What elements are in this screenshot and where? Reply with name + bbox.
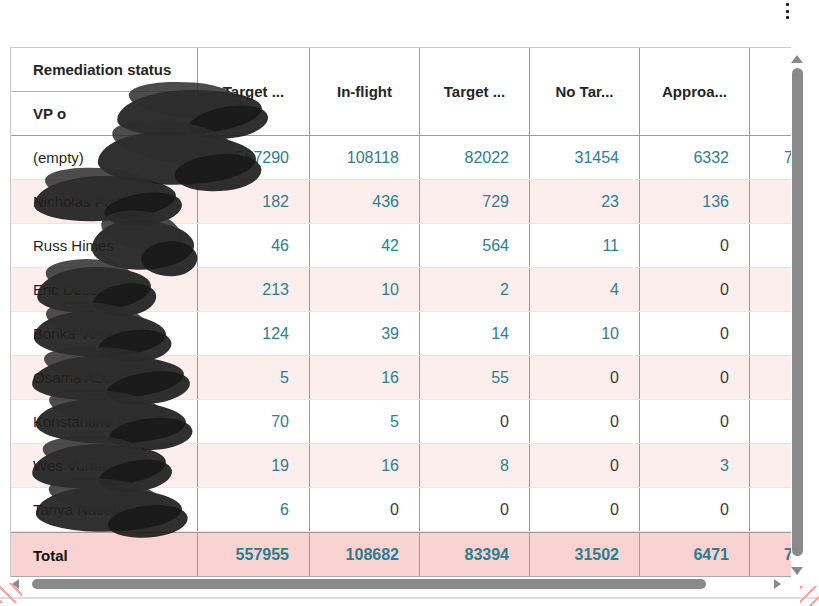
cell-value[interactable]: 83394 <box>420 533 530 577</box>
cell-value[interactable]: 82022 <box>420 136 530 179</box>
cell-value[interactable] <box>750 312 791 355</box>
cell-value[interactable]: 108118 <box>310 136 420 179</box>
corner-stripe-decoration <box>800 586 819 606</box>
cell-value[interactable]: 5 <box>310 400 420 443</box>
cell-value[interactable]: 0 <box>420 400 530 443</box>
cell-value[interactable]: 42 <box>310 224 420 267</box>
cell-value[interactable]: 16 <box>310 356 420 399</box>
cell-value[interactable]: 0 <box>530 400 640 443</box>
cell-value[interactable]: 5 <box>198 356 310 399</box>
scroll-down-arrow[interactable] <box>791 567 803 575</box>
cell-value[interactable]: 31502 <box>530 533 640 577</box>
cell-value[interactable]: 14 <box>420 312 530 355</box>
cell-value[interactable]: 6471 <box>640 533 750 577</box>
cell-value[interactable] <box>750 224 791 267</box>
cell-value[interactable]: 136 <box>640 180 750 223</box>
cell-value[interactable] <box>750 444 791 487</box>
column-header[interactable]: In-flight <box>310 48 420 135</box>
vertical-scrollbar-thumb[interactable] <box>792 68 803 556</box>
cell-value[interactable]: 0 <box>640 224 750 267</box>
cell-value[interactable]: 70 <box>198 400 310 443</box>
cell-value[interactable]: 124 <box>198 312 310 355</box>
cell-value[interactable]: 213 <box>198 268 310 311</box>
cell-value[interactable]: 31454 <box>530 136 640 179</box>
cell-value[interactable]: 0 <box>530 444 640 487</box>
more-options-icon[interactable] <box>783 3 791 19</box>
cell-value[interactable]: 7 <box>750 533 791 577</box>
cell-value[interactable] <box>750 268 791 311</box>
cell-value[interactable]: 8 <box>420 444 530 487</box>
cell-value[interactable] <box>750 356 791 399</box>
page-divider <box>0 597 819 599</box>
kebab-dot <box>786 16 789 19</box>
cell-value[interactable]: 55 <box>420 356 530 399</box>
column-header[interactable]: Approa... <box>640 48 750 135</box>
total-label[interactable]: Total <box>11 533 198 577</box>
cell-value[interactable]: 0 <box>310 488 420 531</box>
cell-value[interactable]: 0 <box>640 400 750 443</box>
cell-value[interactable]: 6332 <box>640 136 750 179</box>
cell-value[interactable]: 16 <box>310 444 420 487</box>
cell-value[interactable]: 436 <box>310 180 420 223</box>
corner-stripe-decoration <box>0 583 22 603</box>
cell-value[interactable]: 10 <box>530 312 640 355</box>
cell-value[interactable]: 46 <box>198 224 310 267</box>
column-header[interactable]: Target ... <box>420 48 530 135</box>
scroll-up-arrow[interactable] <box>791 55 803 63</box>
cell-value[interactable]: 0 <box>640 356 750 399</box>
scroll-right-arrow[interactable] <box>774 579 781 589</box>
cell-value[interactable]: 6 <box>198 488 310 531</box>
cell-value[interactable]: 39 <box>310 312 420 355</box>
report-canvas: Remediation status VP o Target ...In-fli… <box>0 0 819 606</box>
cell-value[interactable]: 108682 <box>310 533 420 577</box>
cell-value[interactable]: 19 <box>198 444 310 487</box>
cell-value[interactable]: 564 <box>420 224 530 267</box>
kebab-dot <box>786 3 789 6</box>
cell-value[interactable]: 0 <box>420 488 530 531</box>
horizontal-scrollbar-thumb[interactable] <box>32 579 706 589</box>
cell-value[interactable]: 0 <box>640 268 750 311</box>
cell-value[interactable]: 11 <box>530 224 640 267</box>
cell-value[interactable]: 2 <box>420 268 530 311</box>
cell-value[interactable]: 7 <box>750 136 791 179</box>
cell-value[interactable] <box>750 400 791 443</box>
cell-value[interactable]: 0 <box>640 312 750 355</box>
cell-value[interactable]: 729 <box>420 180 530 223</box>
cell-value[interactable]: 3 <box>640 444 750 487</box>
cell-value[interactable]: 0 <box>530 356 640 399</box>
cell-value[interactable]: 23 <box>530 180 640 223</box>
kebab-dot <box>786 10 789 13</box>
cell-value[interactable]: 10 <box>310 268 420 311</box>
cell-value[interactable]: 4 <box>530 268 640 311</box>
cell-value[interactable]: 0 <box>530 488 640 531</box>
column-header[interactable]: Tot <box>750 48 791 135</box>
cell-value[interactable]: 557955 <box>198 533 310 577</box>
column-header[interactable]: No Tar... <box>530 48 640 135</box>
cell-value[interactable] <box>750 180 791 223</box>
total-row: Total 557955108682833943150264717 <box>11 532 791 577</box>
cell-value[interactable] <box>750 488 791 531</box>
cell-value[interactable]: 0 <box>640 488 750 531</box>
